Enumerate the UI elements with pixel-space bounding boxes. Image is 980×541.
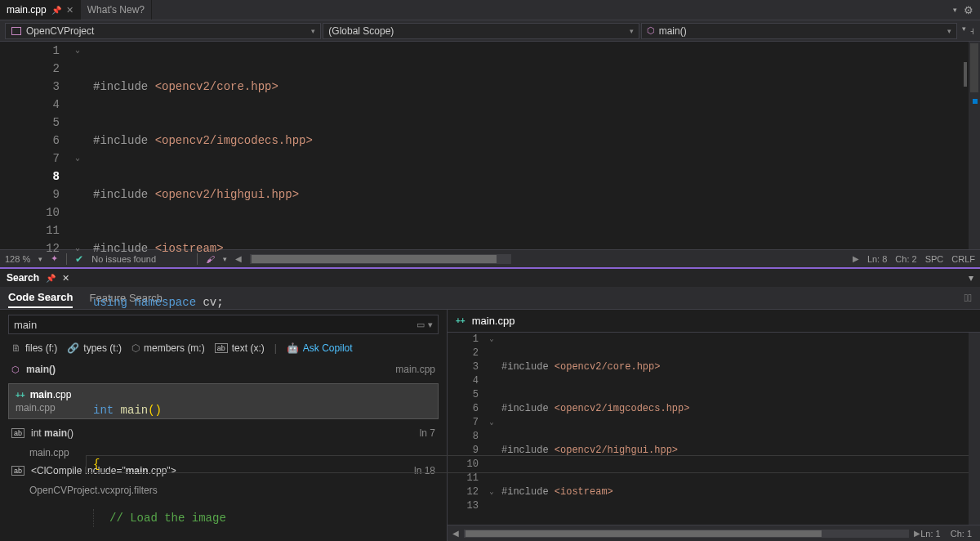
project-dropdown[interactable]: OpenCVProject ▾ [5,23,321,39]
fold-toggle[interactable]: ⌄ [485,333,498,347]
preview-editor[interactable]: 123 456 789 101112 13 ⌄ ⌄ ⌄ #include <op… [448,333,980,525]
document-tabs-bar: main.cpp 📌 ✕ What's New? ▾ ⚙ [0,0,980,20]
fold-toggle[interactable]: ⌄ [69,150,86,168]
method-icon: ⬡ [11,364,20,375]
editor-vscrollbar[interactable] [969,42,980,249]
search-preview-pane: ++ main.cpp 123 456 789 101112 13 ⌄ ⌄ ⌄ [448,310,980,541]
text-match-icon: ab [11,428,24,438]
fold-column: ⌄ ⌄ ⌄ [69,42,86,249]
preview-vscrollbar[interactable] [969,333,980,525]
scope-label: (Global Scope) [328,25,394,37]
chevron-down-icon: ▾ [947,27,951,35]
method-icon: ⬡ [647,25,655,36]
close-icon[interactable]: ✕ [66,5,74,16]
gear-icon[interactable]: ⚙ [964,4,973,16]
symbol-dropdown[interactable]: ⬡main() ▾ [641,23,957,39]
close-icon[interactable]: ✕ [62,273,69,284]
tab-code-search[interactable]: Code Search [8,288,73,308]
code-area[interactable]: #include <opencv2/core.hpp> #include <op… [86,42,980,249]
preview-hscrollbar[interactable] [464,530,909,538]
search-title: Search [7,272,39,284]
scroll-marker [973,99,978,104]
pin-icon[interactable]: 📌 [46,274,56,283]
line-gutter: 1 2 3 4 5 6 7 8 9 10 11 12 [0,42,69,249]
fold-toggle[interactable]: ⌄ [69,239,86,257]
project-name: OpenCVProject [26,25,94,37]
tab-main-cpp[interactable]: main.cpp 📌 ✕ [0,0,81,20]
chevron-down-icon: ▾ [311,27,315,35]
minimap-region [964,62,967,87]
preview-gutter: 123 456 789 101112 13 [448,333,485,525]
tab-label: What's New? [87,4,145,16]
types-icon: 🔗 [67,342,79,354]
pin-icon[interactable]: 📌 [51,6,61,15]
split-dropdown-icon[interactable]: ▾ [962,25,966,37]
filter-files[interactable]: 🗎files (f:) [11,342,57,354]
split-icon[interactable]: ⫞ [969,25,975,37]
file-icon: 🗎 [11,342,21,354]
fold-toggle[interactable]: ⌄ [69,42,86,60]
preview-fold-column: ⌄ ⌄ ⌄ [485,333,498,525]
text-match-icon: ab [11,466,24,476]
main-editor[interactable]: 1 2 3 4 5 6 7 8 9 10 11 12 ⌄ ⌄ ⌄ #includ… [0,42,980,249]
tabs-right-controls: ▾ ⚙ [953,0,980,20]
search-query-text: main [14,319,37,331]
symbol-label: main() [659,25,687,37]
cpp-file-icon: ++ [16,391,25,400]
tab-whats-new[interactable]: What's New? [81,0,152,20]
project-icon [11,27,21,35]
tab-label: main.cpp [7,4,47,16]
preview-code[interactable]: #include <opencv2/core.hpp> #include <op… [498,333,980,525]
result-name: main() [26,364,56,375]
scope-dropdown[interactable]: (Global Scope) ▾ [323,23,639,39]
chevron-down-icon: ▾ [630,27,634,35]
chevron-down-icon[interactable]: ▾ [953,6,957,14]
navigation-bar: OpenCVProject ▾ (Global Scope) ▾ ⬡main()… [0,20,980,42]
fold-toggle[interactable]: ⌄ [485,485,498,499]
fold-toggle[interactable]: ⌄ [485,416,498,430]
